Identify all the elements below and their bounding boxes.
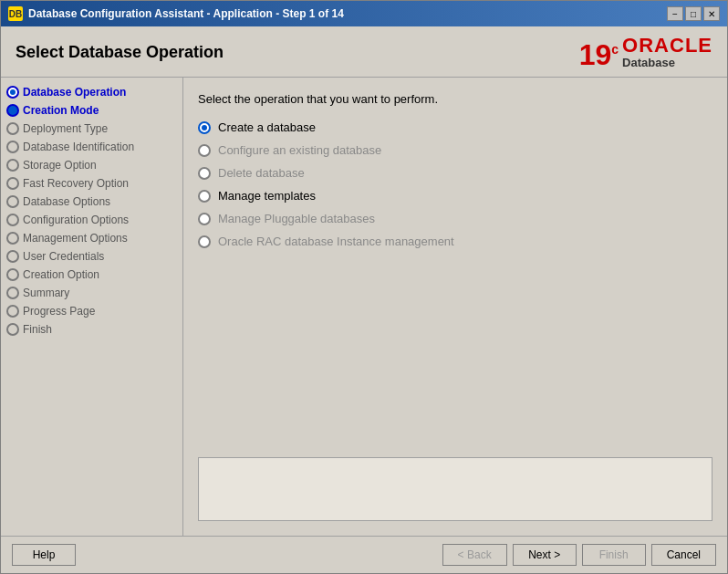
oracle-text: ORACLE bbox=[622, 36, 712, 56]
info-box bbox=[198, 457, 712, 521]
step-indicator-database-options bbox=[6, 195, 19, 208]
window-controls: − □ ✕ bbox=[667, 6, 720, 21]
app-icon: DB bbox=[8, 6, 23, 21]
sidebar-item-label-summary: Summary bbox=[23, 287, 69, 299]
step-indicator-creation-option bbox=[6, 268, 19, 281]
sidebar-item-creation-mode[interactable]: Creation Mode bbox=[1, 101, 182, 120]
sidebar: Database OperationCreation ModeDeploymen… bbox=[1, 78, 183, 536]
title-bar: DB Database Configuration Assistant - Ap… bbox=[1, 1, 727, 26]
next-button[interactable]: Next > bbox=[513, 544, 577, 566]
radio-label-create-database: Create a database bbox=[218, 120, 316, 134]
page-title: Select Database Operation bbox=[16, 43, 224, 62]
step-indicator-configuration-options bbox=[6, 214, 19, 226]
oracle-version: 19c bbox=[579, 40, 619, 69]
radio-label-oracle-rac: Oracle RAC database Instance management bbox=[218, 235, 454, 248]
sidebar-item-label-user-credentials: User Credentials bbox=[23, 250, 104, 263]
oracle-logo: 19c ORACLE Database bbox=[579, 36, 712, 69]
sidebar-item-label-configuration-options: Configuration Options bbox=[23, 214, 129, 226]
step-indicator-creation-mode bbox=[6, 104, 19, 117]
sidebar-item-label-database-options: Database Options bbox=[23, 195, 110, 208]
sidebar-item-configuration-options[interactable]: Configuration Options bbox=[1, 211, 182, 229]
sidebar-item-label-fast-recovery-option: Fast Recovery Option bbox=[23, 177, 129, 190]
step-indicator-progress-page bbox=[6, 305, 19, 318]
step-indicator-finish bbox=[6, 323, 19, 336]
radio-item-manage-templates[interactable]: Manage templates bbox=[198, 189, 712, 203]
sidebar-item-deployment-type[interactable]: Deployment Type bbox=[1, 120, 182, 138]
sidebar-item-management-options[interactable]: Management Options bbox=[1, 229, 182, 247]
radio-group: Create a databaseConfigure an existing d… bbox=[198, 120, 712, 248]
radio-label-manage-templates: Manage templates bbox=[218, 189, 316, 203]
sidebar-item-label-finish: Finish bbox=[23, 323, 52, 336]
sidebar-item-label-creation-mode: Creation Mode bbox=[23, 104, 99, 117]
sidebar-item-label-management-options: Management Options bbox=[23, 232, 128, 245]
sidebar-item-storage-option[interactable]: Storage Option bbox=[1, 156, 182, 174]
radio-item-manage-pluggable: Manage Pluggable databases bbox=[198, 212, 712, 225]
radio-input-manage-pluggable bbox=[198, 213, 211, 225]
step-indicator-deployment-type bbox=[6, 122, 19, 135]
sidebar-item-label-deployment-type: Deployment Type bbox=[23, 122, 108, 135]
radio-item-configure-existing: Configure an existing database bbox=[198, 143, 712, 157]
window-title: Database Configuration Assistant - Appli… bbox=[28, 7, 344, 20]
sidebar-item-database-options[interactable]: Database Options bbox=[1, 193, 182, 211]
footer: Help < Back Next > Finish Cancel bbox=[1, 536, 727, 573]
step-indicator-user-credentials bbox=[6, 250, 19, 263]
right-panel: Select the operation that you want to pe… bbox=[183, 78, 727, 536]
oracle-sub: Database bbox=[622, 56, 675, 69]
sidebar-item-label-storage-option: Storage Option bbox=[23, 159, 97, 172]
header-bar: Select Database Operation 19c ORACLE Dat… bbox=[1, 26, 727, 78]
minimize-button[interactable]: − bbox=[667, 6, 683, 21]
title-bar-left: DB Database Configuration Assistant - Ap… bbox=[8, 6, 344, 21]
step-indicator-storage-option bbox=[6, 159, 19, 172]
radio-input-configure-existing bbox=[198, 144, 211, 157]
sidebar-item-fast-recovery-option[interactable]: Fast Recovery Option bbox=[1, 174, 182, 193]
sidebar-item-database-operation[interactable]: Database Operation bbox=[1, 83, 182, 101]
sidebar-item-label-progress-page: Progress Page bbox=[23, 305, 95, 318]
radio-label-configure-existing: Configure an existing database bbox=[218, 143, 381, 157]
radio-item-create-database[interactable]: Create a database bbox=[198, 120, 712, 134]
sidebar-item-creation-option[interactable]: Creation Option bbox=[1, 266, 182, 284]
step-indicator-fast-recovery-option bbox=[6, 177, 19, 190]
radio-input-manage-templates[interactable] bbox=[198, 190, 211, 203]
radio-item-delete-database: Delete database bbox=[198, 166, 712, 180]
cancel-button[interactable]: Cancel bbox=[651, 544, 716, 566]
main-window: DB Database Configuration Assistant - Ap… bbox=[0, 0, 728, 574]
radio-label-manage-pluggable: Manage Pluggable databases bbox=[218, 212, 375, 225]
radio-input-delete-database bbox=[198, 167, 211, 180]
main-content: Database OperationCreation ModeDeploymen… bbox=[1, 78, 727, 536]
close-button[interactable]: ✕ bbox=[703, 6, 720, 21]
footer-buttons: < Back Next > Finish Cancel bbox=[442, 544, 716, 566]
sidebar-item-label-database-operation: Database Operation bbox=[23, 86, 126, 99]
oracle-brand: ORACLE Database bbox=[622, 36, 712, 69]
finish-button[interactable]: Finish bbox=[582, 544, 646, 566]
help-button[interactable]: Help bbox=[12, 544, 76, 566]
sidebar-item-user-credentials[interactable]: User Credentials bbox=[1, 247, 182, 266]
radio-input-oracle-rac bbox=[198, 235, 211, 248]
instruction-text: Select the operation that you want to pe… bbox=[198, 92, 712, 106]
sidebar-item-label-database-identification: Database Identification bbox=[23, 141, 134, 153]
step-indicator-management-options bbox=[6, 232, 19, 245]
sidebar-item-progress-page[interactable]: Progress Page bbox=[1, 302, 182, 320]
radio-item-oracle-rac: Oracle RAC database Instance management bbox=[198, 235, 712, 248]
radio-label-delete-database: Delete database bbox=[218, 166, 305, 180]
sidebar-item-finish[interactable]: Finish bbox=[1, 320, 182, 339]
radio-input-create-database[interactable] bbox=[198, 121, 211, 134]
step-indicator-database-identification bbox=[6, 141, 19, 153]
step-indicator-database-operation bbox=[6, 86, 19, 99]
sidebar-item-label-creation-option: Creation Option bbox=[23, 268, 99, 281]
maximize-button[interactable]: □ bbox=[685, 6, 702, 21]
sidebar-item-summary[interactable]: Summary bbox=[1, 284, 182, 302]
step-indicator-summary bbox=[6, 287, 19, 299]
back-button[interactable]: < Back bbox=[442, 544, 507, 566]
sidebar-item-database-identification[interactable]: Database Identification bbox=[1, 138, 182, 156]
